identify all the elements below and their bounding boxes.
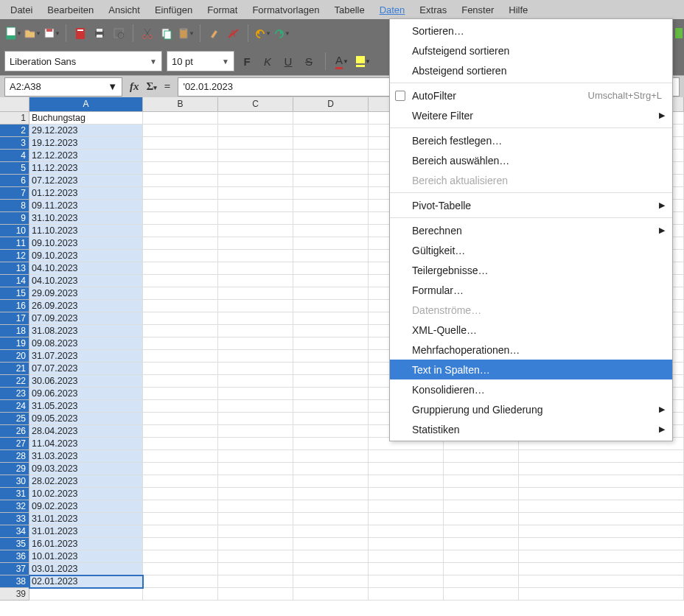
cell[interactable] bbox=[218, 475, 293, 488]
cell[interactable] bbox=[143, 575, 218, 588]
cell[interactable] bbox=[293, 337, 369, 350]
column-header[interactable]: B bbox=[143, 97, 218, 112]
cell[interactable] bbox=[293, 250, 369, 262]
cell[interactable] bbox=[369, 463, 444, 475]
cell[interactable] bbox=[143, 525, 218, 538]
cell[interactable] bbox=[444, 488, 519, 500]
menu-item[interactable]: Gruppierung und Gliederung▶ bbox=[390, 399, 672, 419]
cell[interactable] bbox=[293, 538, 369, 550]
cell[interactable] bbox=[218, 325, 293, 337]
cell[interactable] bbox=[143, 200, 218, 212]
menu-item[interactable]: Pivot-Tabelle▶ bbox=[390, 195, 672, 215]
bold-button[interactable]: F bbox=[239, 53, 255, 69]
cell[interactable] bbox=[143, 312, 218, 325]
cell[interactable] bbox=[519, 475, 684, 488]
cell[interactable] bbox=[218, 237, 293, 250]
cell[interactable] bbox=[369, 475, 444, 488]
cell[interactable] bbox=[218, 162, 293, 175]
row-header[interactable]: 22 bbox=[0, 375, 29, 388]
cell[interactable] bbox=[444, 463, 519, 475]
cell[interactable]: 09.06.2023 bbox=[29, 388, 143, 400]
row-header[interactable]: 14 bbox=[0, 275, 29, 287]
font-size-combo[interactable]: 10 pt ▼ bbox=[167, 51, 234, 71]
menu-extras[interactable]: Extras bbox=[412, 1, 454, 18]
cell[interactable]: 26.09.2023 bbox=[29, 300, 143, 312]
menu-daten[interactable]: Daten bbox=[372, 1, 413, 18]
clone-format-icon[interactable] bbox=[206, 24, 223, 42]
cell[interactable] bbox=[293, 425, 369, 438]
row-header[interactable]: 31 bbox=[0, 488, 29, 500]
sum-button[interactable]: Σ▾ bbox=[144, 80, 160, 93]
cell[interactable] bbox=[143, 275, 218, 287]
cell[interactable] bbox=[218, 225, 293, 237]
cell[interactable] bbox=[143, 475, 218, 488]
cell[interactable] bbox=[293, 312, 369, 325]
cell[interactable] bbox=[218, 300, 293, 312]
menu-datei[interactable]: Datei bbox=[3, 1, 40, 18]
row-header[interactable]: 16 bbox=[0, 300, 29, 312]
row-header[interactable]: 28 bbox=[0, 450, 29, 463]
row-header[interactable]: 7 bbox=[0, 187, 29, 200]
cell[interactable] bbox=[218, 262, 293, 275]
cell[interactable] bbox=[143, 125, 218, 137]
menu-item[interactable]: Weitere Filter▶ bbox=[390, 105, 672, 125]
row-header[interactable]: 11 bbox=[0, 237, 29, 250]
cell[interactable] bbox=[218, 575, 293, 588]
cell[interactable] bbox=[143, 425, 218, 438]
menu-item[interactable]: Aufsteigend sortieren bbox=[390, 41, 672, 60]
cell[interactable] bbox=[444, 538, 519, 550]
cell[interactable] bbox=[369, 450, 444, 463]
row-header[interactable]: 20 bbox=[0, 350, 29, 363]
open-icon[interactable]: ▼ bbox=[24, 24, 41, 42]
cell[interactable] bbox=[218, 513, 293, 525]
print-preview-icon[interactable] bbox=[110, 24, 128, 42]
menu-einfügen[interactable]: Einfügen bbox=[147, 1, 200, 18]
cell[interactable] bbox=[519, 563, 684, 575]
cell[interactable] bbox=[519, 538, 684, 550]
cell[interactable]: 16.01.2023 bbox=[29, 538, 143, 550]
cell[interactable] bbox=[143, 212, 218, 225]
cell[interactable] bbox=[369, 575, 444, 588]
strikethrough-button[interactable]: S bbox=[301, 53, 317, 69]
cell[interactable] bbox=[143, 337, 218, 350]
cell[interactable] bbox=[293, 200, 369, 212]
cell[interactable] bbox=[218, 375, 293, 388]
row-header[interactable]: 17 bbox=[0, 312, 29, 325]
cell[interactable] bbox=[218, 463, 293, 475]
function-wizard-button[interactable]: fx bbox=[127, 80, 142, 93]
cell[interactable] bbox=[293, 162, 369, 175]
cell[interactable] bbox=[293, 125, 369, 137]
cell[interactable] bbox=[143, 550, 218, 563]
equals-button[interactable]: = bbox=[161, 80, 174, 93]
cell[interactable] bbox=[293, 325, 369, 337]
row-header[interactable]: 10 bbox=[0, 225, 29, 237]
cell[interactable] bbox=[293, 475, 369, 488]
cell[interactable]: 11.12.2023 bbox=[29, 162, 143, 175]
cell[interactable]: 31.01.2023 bbox=[29, 525, 143, 538]
cell[interactable] bbox=[369, 538, 444, 550]
cell[interactable] bbox=[143, 450, 218, 463]
cell[interactable] bbox=[293, 500, 369, 513]
cell[interactable] bbox=[519, 525, 684, 538]
row-header[interactable]: 26 bbox=[0, 425, 29, 438]
cell[interactable]: 09.11.2023 bbox=[29, 200, 143, 212]
cell[interactable] bbox=[519, 588, 684, 601]
row-header[interactable]: 33 bbox=[0, 513, 29, 525]
cell[interactable] bbox=[293, 175, 369, 187]
cell[interactable] bbox=[218, 388, 293, 400]
cell[interactable] bbox=[444, 563, 519, 575]
cell[interactable] bbox=[143, 538, 218, 550]
row-header[interactable]: 3 bbox=[0, 137, 29, 150]
cell[interactable] bbox=[293, 450, 369, 463]
cell[interactable]: 31.03.2023 bbox=[29, 450, 143, 463]
row-header[interactable]: 37 bbox=[0, 563, 29, 575]
cell[interactable]: 11.10.2023 bbox=[29, 225, 143, 237]
cell[interactable] bbox=[293, 575, 369, 588]
cell[interactable]: 04.10.2023 bbox=[29, 275, 143, 287]
row-header[interactable]: 21 bbox=[0, 363, 29, 375]
cell[interactable] bbox=[143, 225, 218, 237]
cell[interactable] bbox=[293, 550, 369, 563]
cell[interactable] bbox=[293, 137, 369, 150]
cell[interactable] bbox=[218, 137, 293, 150]
cell[interactable] bbox=[218, 563, 293, 575]
